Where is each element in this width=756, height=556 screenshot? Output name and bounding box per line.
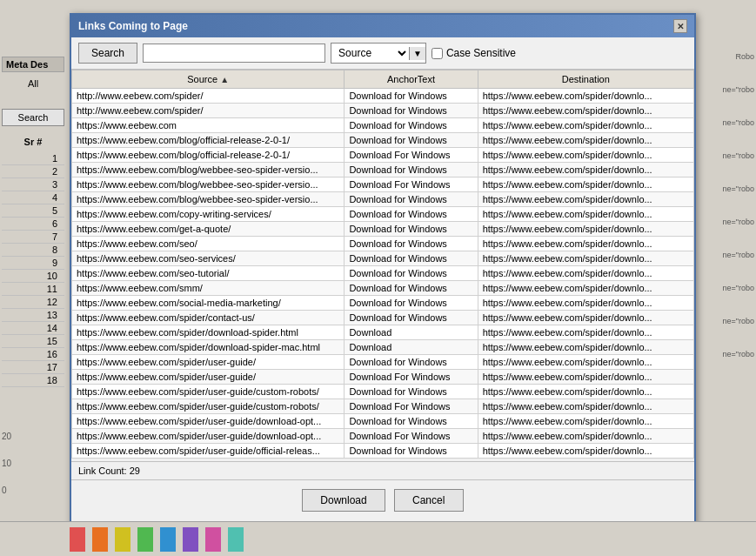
table-row[interactable]: https://www.eebew.com/blog/webbee-seo-sp… bbox=[72, 163, 694, 178]
cell-anchortext: Download for Windows bbox=[345, 222, 478, 237]
color-block bbox=[228, 527, 244, 552]
cell-source: http://www.eebew.com/spider/ bbox=[72, 104, 345, 118]
cell-destination: https://www.eebew.com/spider/downlo... bbox=[478, 207, 693, 222]
axis-label: 0 bbox=[2, 486, 11, 495]
table-row[interactable]: https://www.eebew.com/blog/webbee-seo-sp… bbox=[72, 192, 694, 207]
cell-anchortext: Download for Windows bbox=[345, 163, 478, 178]
cell-source: https://www.eebew.com bbox=[72, 118, 345, 133]
row-number: 6 bbox=[2, 218, 64, 231]
table-row[interactable]: https://www.eebew.com/spider/user-guide/… bbox=[72, 414, 694, 429]
table-row[interactable]: https://www.eebew.com/smm/Download for W… bbox=[72, 281, 694, 296]
table-row[interactable]: https://www.eebew.com/spider/user-guide/… bbox=[72, 355, 694, 370]
table-row[interactable]: https://www.eebew.com/seo-tutorial/Downl… bbox=[72, 266, 694, 281]
row-number: 18 bbox=[2, 374, 64, 387]
case-sensitive-checkbox[interactable] bbox=[432, 48, 443, 59]
col-header-anchortext[interactable]: AnchorText bbox=[345, 70, 478, 89]
cell-destination: https://www.eebew.com/spider/downlo... bbox=[478, 399, 693, 414]
table-row[interactable]: https://www.eebew.com/spider/contact-us/… bbox=[72, 311, 694, 325]
cell-source: https://www.eebew.com/smm/ bbox=[72, 281, 345, 296]
cell-anchortext: Download for Windows bbox=[345, 355, 478, 370]
cell-source: https://www.eebew.com/spider/user-guide/… bbox=[72, 414, 345, 429]
cell-source: http://www.eebew.com/spider/ bbox=[72, 89, 345, 104]
dialog-title: Links Coming to Page bbox=[78, 20, 188, 32]
close-button[interactable]: ✕ bbox=[673, 19, 687, 33]
table-row[interactable]: https://www.eebew.com/social-media-marke… bbox=[72, 296, 694, 311]
cell-anchortext: Download For Windows bbox=[345, 370, 478, 385]
cell-anchortext: Download bbox=[345, 325, 478, 340]
cell-destination: https://www.eebew.com/spider/downlo... bbox=[478, 340, 693, 355]
cell-source: https://www.eebew.com/spider/user-guide/… bbox=[72, 444, 345, 459]
meta-des-tab[interactable]: Meta Des bbox=[2, 57, 64, 72]
search-button[interactable]: Search bbox=[78, 43, 137, 64]
robo-text: ne="robo bbox=[723, 118, 754, 127]
table-row[interactable]: https://www.eebew.com/blog/webbee-seo-sp… bbox=[72, 178, 694, 192]
table-row[interactable]: https://www.eebew.com/spider/user-guide/… bbox=[72, 429, 694, 444]
table-row[interactable]: https://www.eebew.com/spider/user-guide/… bbox=[72, 385, 694, 399]
table-row[interactable]: https://www.eebew.com/spider/user-guide/… bbox=[72, 444, 694, 459]
row-number: 8 bbox=[2, 244, 64, 257]
all-tab[interactable]: All bbox=[2, 77, 64, 90]
cell-source: https://www.eebew.com/spider/download-sp… bbox=[72, 340, 345, 355]
col-header-destination[interactable]: Destination bbox=[478, 70, 693, 89]
table-row[interactable]: https://www.eebew.com/spider/download-sp… bbox=[72, 325, 694, 340]
dialog-toolbar: Search SourceAnchorTextDestination ▼ Cas… bbox=[71, 37, 694, 70]
cell-source: https://www.eebew.com/seo-services/ bbox=[72, 251, 345, 266]
search-input[interactable] bbox=[143, 44, 325, 63]
cell-destination: https://www.eebew.com/spider/downlo... bbox=[478, 311, 693, 325]
table-row[interactable]: https://www.eebew.com/get-a-quote/Downlo… bbox=[72, 222, 694, 237]
cell-anchortext: Download for Windows bbox=[345, 237, 478, 251]
cell-destination: https://www.eebew.com/spider/downlo... bbox=[478, 266, 693, 281]
table-row[interactable]: https://www.eebew.com/spider/user-guide/… bbox=[72, 399, 694, 414]
color-block bbox=[70, 527, 85, 552]
source-select[interactable]: SourceAnchorTextDestination bbox=[331, 44, 409, 63]
cell-destination: https://www.eebew.com/spider/downlo... bbox=[478, 251, 693, 266]
dialog-footer: Download Cancel bbox=[71, 479, 694, 519]
search-left-button[interactable]: Search bbox=[2, 109, 64, 126]
robo-text: ne="robo bbox=[723, 350, 754, 358]
robo-text: ne="robo bbox=[723, 251, 754, 259]
table-row[interactable]: http://www.eebew.com/spider/Download for… bbox=[72, 89, 694, 104]
table-row[interactable]: https://www.eebew.com/copy-writing-servi… bbox=[72, 207, 694, 222]
cell-source: https://www.eebew.com/spider/user-guide/ bbox=[72, 370, 345, 385]
table-container[interactable]: Source ▲ AnchorText Destination http://w… bbox=[71, 70, 694, 461]
bottom-bar bbox=[0, 521, 756, 556]
status-bar: Link Count: 29 bbox=[71, 461, 694, 479]
row-number: 14 bbox=[2, 322, 64, 335]
robo-text: Robo bbox=[735, 52, 754, 61]
table-row[interactable]: https://www.eebew.comDownload for Window… bbox=[72, 118, 694, 133]
dropdown-arrow-icon[interactable]: ▼ bbox=[409, 47, 425, 60]
table-row[interactable]: http://www.eebew.com/spider/Download for… bbox=[72, 104, 694, 118]
row-number: 9 bbox=[2, 257, 64, 270]
cell-anchortext: Download for Windows bbox=[345, 192, 478, 207]
cell-anchortext: Download for Windows bbox=[345, 444, 478, 459]
cell-destination: https://www.eebew.com/spider/downlo... bbox=[478, 414, 693, 429]
row-number: 15 bbox=[2, 335, 64, 348]
table-row[interactable]: https://www.eebew.com/blog/official-rele… bbox=[72, 148, 694, 163]
cell-source: https://www.eebew.com/blog/official-rele… bbox=[72, 133, 345, 148]
table-row[interactable]: https://www.eebew.com/seo-services/Downl… bbox=[72, 251, 694, 266]
cell-source: https://www.eebew.com/seo/ bbox=[72, 237, 345, 251]
cell-anchortext: Download for Windows bbox=[345, 118, 478, 133]
cell-destination: https://www.eebew.com/spider/downlo... bbox=[478, 104, 693, 118]
cancel-button[interactable]: Cancel bbox=[394, 489, 464, 512]
cell-destination: https://www.eebew.com/spider/downlo... bbox=[478, 325, 693, 340]
cell-destination: https://www.eebew.com/spider/downlo... bbox=[478, 133, 693, 148]
cell-anchortext: Download For Windows bbox=[345, 399, 478, 414]
table-row[interactable]: https://www.eebew.com/seo/Download for W… bbox=[72, 237, 694, 251]
color-block bbox=[115, 527, 130, 552]
dialog-titlebar: Links Coming to Page ✕ bbox=[71, 15, 694, 37]
case-sensitive-label: Case Sensitive bbox=[446, 47, 516, 59]
download-button[interactable]: Download bbox=[302, 489, 385, 512]
cell-destination: https://www.eebew.com/spider/downlo... bbox=[478, 429, 693, 444]
color-block bbox=[92, 527, 108, 552]
row-number: 2 bbox=[2, 165, 64, 178]
row-number: 7 bbox=[2, 231, 64, 244]
table-row[interactable]: https://www.eebew.com/spider/download-sp… bbox=[72, 340, 694, 355]
cell-anchortext: Download for Windows bbox=[345, 296, 478, 311]
table-row[interactable]: https://www.eebew.com/blog/official-rele… bbox=[72, 133, 694, 148]
cell-anchortext: Download for Windows bbox=[345, 251, 478, 266]
row-number: 11 bbox=[2, 283, 64, 296]
table-row[interactable]: https://www.eebew.com/spider/user-guide/… bbox=[72, 370, 694, 385]
cell-destination: https://www.eebew.com/spider/downlo... bbox=[478, 385, 693, 399]
col-header-source[interactable]: Source ▲ bbox=[72, 70, 345, 89]
